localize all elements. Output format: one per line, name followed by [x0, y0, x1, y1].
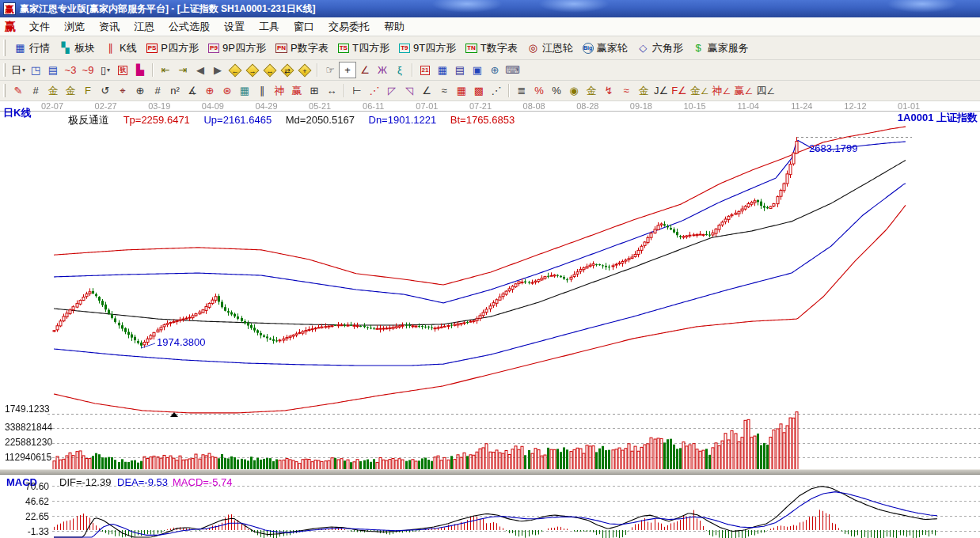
- red-wave-tool[interactable]: ≈: [617, 82, 635, 99]
- toolbar-button-winner-wheel[interactable]: Big赢家轮: [578, 39, 632, 58]
- toolbar-button-t-square[interactable]: TST四方形: [333, 39, 394, 58]
- center-view-button[interactable]: +: [296, 62, 313, 78]
- baseline-tool[interactable]: ⊢: [348, 82, 366, 99]
- hand-tool[interactable]: ☞: [321, 62, 339, 78]
- menu-item-browse[interactable]: 浏览: [57, 18, 92, 36]
- save-tool[interactable]: ▣: [469, 62, 486, 78]
- gold-line-tool[interactable]: 金: [583, 82, 600, 99]
- report-tool[interactable]: ▤: [451, 62, 469, 78]
- calculator-tool[interactable]: ▦: [434, 62, 451, 78]
- shen-angle-tool[interactable]: 神∠: [711, 82, 733, 99]
- percent-line-tool[interactable]: %: [530, 82, 548, 99]
- toolbar-button-label: 赢家轮: [597, 41, 628, 55]
- gold-circle-tool[interactable]: ◉: [565, 82, 583, 99]
- shen-grid-tool[interactable]: 神: [271, 82, 288, 99]
- circle-cross-tool[interactable]: ⊕: [201, 82, 218, 99]
- panel-splitter[interactable]: [0, 469, 980, 475]
- toolbar-button-market[interactable]: ▦行情: [9, 39, 55, 58]
- gold-angle2-tool[interactable]: 金∠: [689, 82, 711, 99]
- menu-item-gann[interactable]: 江恩: [127, 18, 161, 36]
- list-notes-tool[interactable]: ▤: [44, 62, 62, 78]
- step-back-button[interactable]: ◀: [192, 62, 209, 78]
- remote-pc-tool[interactable]: ⌨: [503, 62, 522, 78]
- parallel-rays-tool[interactable]: ⋰: [488, 82, 505, 99]
- toolbar-button-9t-square[interactable]: T99T四方形: [394, 39, 461, 58]
- toolbar-button-p-table[interactable]: PNP数字表: [271, 39, 333, 58]
- wave3-tool[interactable]: ~3: [62, 62, 79, 78]
- ying-angle-tool[interactable]: 赢∠: [732, 82, 754, 99]
- fib-grid-tool[interactable]: F: [79, 82, 97, 99]
- toolbar-button-t-table[interactable]: TNT数字表: [461, 39, 522, 58]
- time-spiral-tool[interactable]: ↺: [97, 82, 114, 99]
- volume-axis-label: 112940615: [5, 452, 51, 463]
- zoom-horizontal-button[interactable]: ↔: [261, 62, 279, 78]
- crosshair-tool[interactable]: +: [339, 62, 356, 78]
- menu-item-window[interactable]: 窗口: [287, 18, 321, 36]
- gold-ratio-tool[interactable]: 金: [44, 82, 62, 99]
- density-grid-tool[interactable]: #: [149, 82, 166, 99]
- ladder-tool[interactable]: ≣: [513, 82, 530, 99]
- menu-item-news[interactable]: 资讯: [92, 18, 127, 36]
- red-grid-tool[interactable]: ▦: [453, 82, 470, 99]
- ying-grid-tool[interactable]: 赢: [288, 82, 306, 99]
- wave-tool[interactable]: ≈: [435, 82, 453, 99]
- calendar-tool[interactable]: 21: [416, 62, 434, 78]
- di-pattern-tool[interactable]: 狄: [114, 62, 131, 78]
- menu-item-settings[interactable]: 设置: [217, 18, 252, 36]
- parallel-marks-tool[interactable]: ∥: [253, 82, 271, 99]
- grid-ruler-tool[interactable]: #: [27, 82, 44, 99]
- toolbar-button-9p-square[interactable]: P99P四方形: [203, 39, 271, 58]
- locate-tool[interactable]: ⌖: [114, 82, 131, 99]
- flame-marker-tool[interactable]: ↯: [600, 82, 617, 99]
- f-angle-tool[interactable]: F∠: [670, 82, 689, 99]
- pan-right-button[interactable]: →: [244, 62, 261, 78]
- square-numbers-tool[interactable]: n²: [166, 82, 184, 99]
- angle-measure-tool[interactable]: ∠: [356, 62, 374, 78]
- angle-fan-tool[interactable]: ∠: [418, 82, 435, 99]
- toolbar-button-sectors[interactable]: ▚板块: [55, 39, 100, 58]
- menu-item-help[interactable]: 帮助: [377, 18, 412, 36]
- first-page-button[interactable]: ⇤: [157, 62, 174, 78]
- menu-item-formula[interactable]: 公式选股: [161, 18, 217, 36]
- percent-tool[interactable]: %: [548, 82, 565, 99]
- j-angle-tool[interactable]: J∠: [652, 82, 670, 99]
- net-box-tool[interactable]: ▦: [236, 82, 253, 99]
- red-grid2-tool[interactable]: ▩: [470, 82, 488, 99]
- diamond-swap-icon: ⇄: [281, 63, 294, 77]
- span-measure-tool[interactable]: ↔: [323, 82, 340, 99]
- web-data-tool[interactable]: ⊕: [486, 62, 503, 78]
- angle-line-tool[interactable]: ∡: [184, 82, 201, 99]
- toolbar-grip[interactable]: [3, 84, 6, 98]
- draw-pen-tool[interactable]: ✎: [9, 82, 27, 99]
- toolbar-button-gann-wheel[interactable]: ◎江恩轮: [522, 39, 578, 58]
- number-grid-tool[interactable]: ⊞: [306, 82, 323, 99]
- volume-profile-tool[interactable]: ▙: [131, 62, 149, 78]
- step-forward-button[interactable]: ▶: [209, 62, 226, 78]
- toolbar-button-winner-service[interactable]: $赢家服务: [688, 39, 754, 58]
- gann-shape-tool[interactable]: Ж: [374, 62, 391, 78]
- wave9-tool[interactable]: ~9: [79, 62, 97, 78]
- period-day-dropdown[interactable]: 日▾: [9, 62, 27, 78]
- pan-left-button[interactable]: ←: [226, 62, 244, 78]
- swap-view-button[interactable]: ⇄: [279, 62, 296, 78]
- gann-circle-tool[interactable]: ⊕: [131, 82, 149, 99]
- gold-ratio2-tool[interactable]: 金: [62, 82, 79, 99]
- net-chart-tool[interactable]: ◳: [27, 62, 44, 78]
- four-angle-tool[interactable]: 四∠: [754, 82, 777, 99]
- candle-style-dropdown[interactable]: ▯▾: [97, 62, 114, 78]
- fan-lines-tool[interactable]: ⋰: [366, 82, 383, 99]
- menu-item-trade[interactable]: 交易委托: [321, 18, 377, 36]
- corner-fan2-tool[interactable]: ◹: [401, 82, 418, 99]
- menu-item-file[interactable]: 文件: [22, 18, 57, 36]
- toolbar-button-hexagon[interactable]: ◇六角形: [632, 39, 688, 58]
- wave-brain-tool[interactable]: ξ: [391, 62, 408, 78]
- menu-item-tools[interactable]: 工具: [252, 18, 287, 36]
- last-page-button[interactable]: ⇥: [174, 62, 192, 78]
- toolbar-button-p-square[interactable]: PSP四方形: [142, 39, 203, 58]
- corner-fan-tool[interactable]: ◸: [383, 82, 401, 99]
- gold-angle-tool[interactable]: 金: [635, 82, 652, 99]
- toolbar-button-kline[interactable]: ∥K线: [100, 39, 142, 58]
- toolbar-grip[interactable]: [3, 40, 6, 55]
- toolbar-grip[interactable]: [3, 63, 6, 78]
- star-grid-tool[interactable]: ⊛: [218, 82, 236, 99]
